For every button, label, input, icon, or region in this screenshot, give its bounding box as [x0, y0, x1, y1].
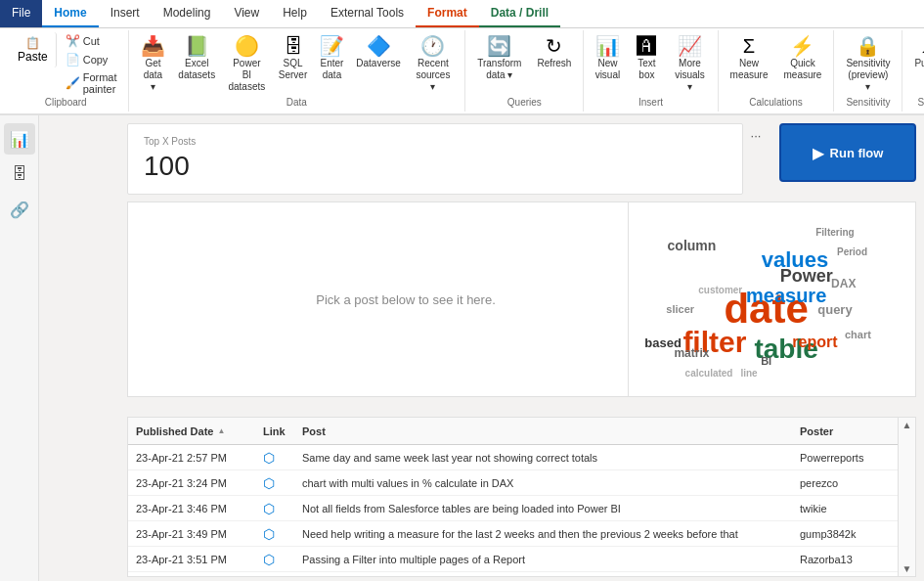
queries-items: 🔄 Transformdata ▾ ↻ Refresh — [471, 32, 577, 97]
dataverse-button[interactable]: 🔷 Dataverse — [351, 32, 405, 73]
play-icon: ▶ — [813, 144, 824, 162]
tab-external-tools[interactable]: External Tools — [319, 0, 416, 27]
quick-measure-button[interactable]: ⚡ Quickmeasure — [777, 32, 827, 85]
sensitivity-items: 🔒 Sensitivity(preview) ▾ — [840, 32, 896, 97]
new-visual-icon: 📊 — [595, 36, 620, 56]
sql-icon: 🗄 — [284, 36, 303, 56]
more-options-icon[interactable]: ··· — [744, 123, 768, 147]
tab-modeling[interactable]: Modeling — [152, 0, 223, 27]
tab-view[interactable]: View — [222, 0, 271, 27]
word-cloud-word: report — [792, 334, 837, 351]
tab-insert[interactable]: Insert — [99, 0, 152, 27]
sidebar-model-icon[interactable]: 🔗 — [4, 194, 35, 225]
format-painter-button[interactable]: 🖌️ Format painter — [61, 69, 122, 97]
col-published-date[interactable]: Published Date ▲ — [136, 425, 263, 437]
clipboard-items: 📋 Paste ✂️ Cut 📄 Copy 🖌️ Format painter — [10, 32, 122, 97]
table-row[interactable]: 23-Apr-21 3:51 PM ⬡ Passing a Filter int… — [128, 547, 915, 572]
table-row[interactable]: 23-Apr-21 3:24 PM ⬡ chart with multi val… — [128, 470, 915, 496]
insert-group-label: Insert — [590, 97, 711, 110]
dataverse-icon: 🔷 — [367, 36, 391, 56]
more-visuals-button[interactable]: 📈 Morevisuals ▾ — [668, 32, 711, 97]
ribbon-group-data: 📥 Getdata ▾ 📗 Exceldatasets 🟡 Power BIda… — [129, 30, 466, 112]
publish-button[interactable]: ☁ Publish — [908, 32, 924, 73]
word-cloud-word: column — [668, 238, 717, 253]
table-card: Published Date ▲ Link Post Poster 23-Apr… — [127, 417, 916, 577]
run-flow-button[interactable]: ▶ Run flow — [779, 123, 916, 182]
ribbon-group-calculations: Σ Newmeasure ⚡ Quickmeasure Calculations — [719, 30, 835, 112]
new-measure-button[interactable]: Σ Newmeasure — [725, 32, 774, 85]
recent-sources-button[interactable]: 🕐 Recentsources ▾ — [408, 32, 460, 97]
word-cloud-card: datefiltertablevaluesmeasurePowerreportc… — [628, 201, 916, 397]
word-cloud-word: matrix — [674, 346, 709, 360]
table-row[interactable]: 23-Apr-21 4:07 PM ⬡ Calculated table fro… — [128, 572, 915, 576]
cell-link[interactable]: ⬡ — [263, 501, 302, 516]
cell-poster: twikie — [800, 503, 907, 514]
scroll-up-icon[interactable]: ▲ — [902, 420, 912, 430]
text-box-button[interactable]: 🅰 Textbox — [629, 32, 664, 85]
ribbon-group-queries: 🔄 Transformdata ▾ ↻ Refresh Queries — [465, 30, 584, 112]
cut-button[interactable]: ✂️ Cut — [61, 32, 122, 50]
paste-button[interactable]: 📋 Paste — [10, 32, 57, 67]
cell-link[interactable]: ⬡ — [263, 552, 302, 567]
transform-data-button[interactable]: 🔄 Transformdata ▾ — [471, 32, 527, 85]
table-row[interactable]: 23-Apr-21 3:46 PM ⬡ Not all fields from … — [128, 496, 915, 521]
power-bi-datasets-button[interactable]: 🟡 Power BIdatasets — [222, 32, 271, 97]
table-header: Published Date ▲ Link Post Poster — [128, 418, 915, 445]
tab-home[interactable]: Home — [42, 0, 98, 27]
cut-icon: ✂️ — [66, 34, 80, 48]
cell-link[interactable]: ⬡ — [263, 475, 302, 491]
calculations-group-label: Calculations — [725, 97, 828, 110]
get-data-button[interactable]: 📥 Getdata ▾ — [135, 32, 172, 97]
refresh-button[interactable]: ↻ Refresh — [531, 32, 577, 73]
sql-server-button[interactable]: 🗄 SQLServer — [274, 32, 313, 85]
word-cloud-word: Period — [837, 246, 867, 256]
cut-label: Cut — [83, 35, 100, 47]
sensitivity-button[interactable]: 🔒 Sensitivity(preview) ▾ — [840, 32, 896, 97]
cell-link[interactable]: ⬡ — [263, 526, 302, 542]
post-preview-card: Pick a post below to see it here. — [127, 201, 684, 397]
power-bi-icon: 🟡 — [235, 36, 259, 56]
cell-post: Not all fields from Salesforce tables ar… — [302, 503, 800, 514]
excel-datasets-button[interactable]: 📗 Exceldatasets — [173, 32, 220, 85]
app-sidebar: 📊 🗄 🔗 — [0, 115, 39, 581]
sensitivity-icon: 🔒 — [856, 36, 880, 56]
cell-post: Passing a Filter into multiple pages of … — [302, 554, 800, 565]
copy-icon: 📄 — [66, 53, 80, 67]
visual-top-value: 100 — [144, 151, 726, 182]
calculations-items: Σ Newmeasure ⚡ Quickmeasure — [725, 32, 828, 97]
cell-poster: perezco — [800, 477, 907, 489]
tab-format[interactable]: Format — [416, 0, 479, 27]
tab-file[interactable]: File — [0, 0, 42, 27]
excel-icon: 📗 — [185, 36, 209, 56]
cell-poster: Razorba13 — [800, 554, 907, 565]
table-row[interactable]: 23-Apr-21 3:49 PM ⬡ Need help writing a … — [128, 521, 915, 547]
run-flow-label: Run flow — [830, 146, 884, 160]
col-link: Link — [263, 425, 302, 437]
format-painter-icon: 🖌️ — [66, 76, 80, 90]
table-scrollbar[interactable]: ▲ ▼ — [898, 418, 915, 576]
copy-button[interactable]: 📄 Copy — [61, 51, 122, 68]
cell-date: 23-Apr-21 3:51 PM — [136, 554, 263, 565]
tab-help[interactable]: Help — [271, 0, 319, 27]
insert-items: 📊 Newvisual 🅰 Textbox 📈 Morevisuals ▾ — [590, 32, 711, 97]
top-x-posts-visual: Top X Posts 100 — [127, 123, 743, 195]
text-box-icon: 🅰 — [637, 36, 656, 56]
tab-data-drill[interactable]: Data / Drill — [479, 0, 560, 27]
ribbon-group-sensitivity: 🔒 Sensitivity(preview) ▾ Sensitivity — [834, 30, 902, 112]
ribbon-group-share: ☁ Publish Share — [902, 30, 924, 112]
table-row[interactable]: 23-Apr-21 2:57 PM ⬡ Same day and same we… — [128, 445, 915, 470]
word-cloud-word: measure — [746, 285, 826, 307]
cell-link[interactable]: ⬡ — [263, 450, 302, 466]
cell-date: 23-Apr-21 3:24 PM — [136, 477, 263, 489]
post-preview-placeholder: Pick a post below to see it here. — [316, 292, 496, 307]
sidebar-data-icon[interactable]: 🗄 — [4, 158, 35, 190]
sidebar-report-icon[interactable]: 📊 — [4, 123, 35, 155]
sensitivity-group-label: Sensitivity — [840, 97, 896, 110]
word-cloud-word: chart — [845, 329, 871, 340]
scroll-down-icon[interactable]: ▼ — [902, 563, 912, 574]
new-measure-icon: Σ — [743, 36, 755, 56]
cell-post: Same day and same week last year not sho… — [302, 452, 800, 464]
enter-data-button[interactable]: 📝 Enterdata — [314, 32, 349, 85]
new-visual-button[interactable]: 📊 Newvisual — [590, 32, 625, 85]
cell-post: Need help writing a measure for the last… — [302, 528, 800, 540]
